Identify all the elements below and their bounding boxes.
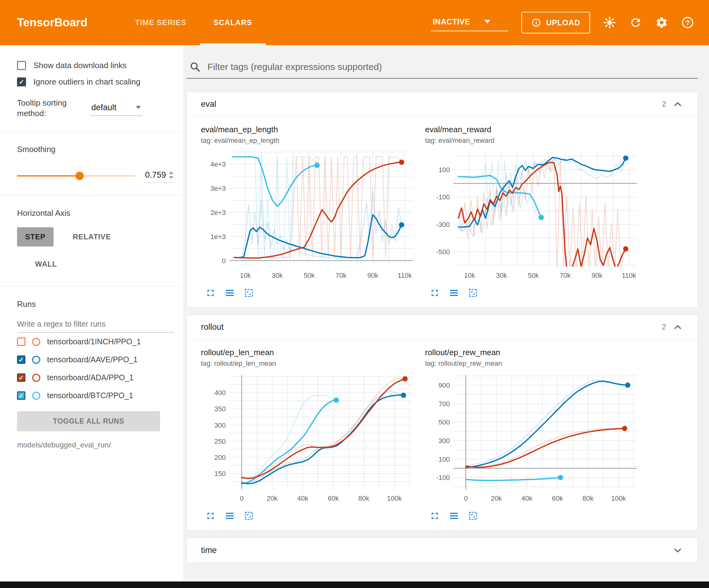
svg-text:40k: 40k <box>297 494 308 502</box>
chevron-down-icon[interactable] <box>672 545 683 556</box>
tag-filter-input[interactable] <box>207 61 695 73</box>
upload-button[interactable]: UPLOAD <box>521 12 590 33</box>
brightness-icon[interactable] <box>603 16 616 29</box>
svg-text:100k: 100k <box>611 494 626 502</box>
help-icon[interactable]: ? <box>681 16 694 29</box>
svg-text:30k: 30k <box>272 272 283 279</box>
svg-text:-100: -100 <box>436 193 450 201</box>
line-chart[interactable]: 10k30k50k70k90k110k01e+32e+33e+34e+3 <box>201 147 418 287</box>
chart-tag: tag: eval/mean_reward <box>425 136 642 145</box>
svg-text:1e+3: 1e+3 <box>210 233 226 240</box>
run-label: tensorboard/AAVE/PPO_1 <box>47 355 138 364</box>
svg-text:-500: -500 <box>436 248 450 256</box>
svg-text:20k: 20k <box>267 494 278 502</box>
runs-filter-input[interactable] <box>17 317 174 333</box>
chart-title: eval/mean_ep_length <box>201 125 418 134</box>
chevron-up-icon[interactable] <box>672 99 683 110</box>
section-chart-count: 2 <box>662 100 666 108</box>
section-chart-count: 2 <box>662 323 666 331</box>
svg-text:40k: 40k <box>521 494 532 502</box>
line-chart[interactable]: 020k40k60k80k100k150200250300350400 <box>201 370 418 510</box>
main-tabs: TIME SERIES SCALARS <box>122 0 266 45</box>
smoothing-value-input[interactable]: 0.759 <box>143 169 174 183</box>
svg-text:250: 250 <box>214 437 226 445</box>
svg-text:400: 400 <box>214 389 226 397</box>
run-label: tensorboard/1INCH/PPO_1 <box>47 337 141 346</box>
svg-text:110k: 110k <box>397 272 412 279</box>
scalars-pane: eval 2 eval/mean_ep_length tag: eval/mea… <box>183 45 709 588</box>
run-selector-icon[interactable] <box>225 511 235 521</box>
axis-step-button[interactable]: STEP <box>17 227 54 247</box>
svg-text:350: 350 <box>214 405 226 413</box>
slider-knob[interactable] <box>76 172 84 180</box>
fullscreen-icon[interactable] <box>429 511 440 521</box>
svg-text:10k: 10k <box>240 272 251 279</box>
run-row: tensorboard/AAVE/PPO_1 <box>17 351 174 368</box>
run-checkbox[interactable] <box>17 391 25 400</box>
svg-text:50k: 50k <box>304 272 315 279</box>
show-download-links-checkbox[interactable] <box>17 61 26 70</box>
smoothing-value: 0.759 <box>145 170 166 180</box>
svg-text:?: ? <box>685 19 690 27</box>
svg-text:60k: 60k <box>552 494 563 502</box>
line-chart[interactable]: 10k30k50k70k90k110k100-100-300-500 <box>425 147 642 287</box>
fit-domain-icon[interactable] <box>244 288 254 298</box>
svg-text:80k: 80k <box>358 494 369 502</box>
section-eval-header[interactable]: eval 2 <box>187 92 698 117</box>
fullscreen-icon[interactable] <box>429 288 440 298</box>
app-header: TensorBoard TIME SERIES SCALARS INACTIVE… <box>0 0 709 45</box>
axis-wall-button[interactable]: WALL <box>27 255 65 274</box>
fit-domain-icon[interactable] <box>244 511 254 521</box>
run-color-circle[interactable] <box>32 392 40 400</box>
runs-footer-path: models/debugged_eval_run/ <box>17 441 174 449</box>
ignore-outliers-checkbox[interactable] <box>17 77 26 86</box>
svg-text:110k: 110k <box>622 272 636 279</box>
status-dropdown[interactable]: INACTIVE <box>431 14 508 31</box>
run-color-circle[interactable] <box>32 356 40 364</box>
refresh-icon[interactable] <box>629 16 642 29</box>
svg-text:90k: 90k <box>592 272 603 279</box>
fullscreen-icon[interactable] <box>205 511 216 521</box>
run-selector-icon[interactable] <box>449 288 459 298</box>
run-checkbox[interactable] <box>17 355 25 364</box>
run-row: tensorboard/1INCH/PPO_1 <box>17 333 174 351</box>
run-selector-icon[interactable] <box>225 288 235 298</box>
run-selector-icon[interactable] <box>449 511 459 521</box>
svg-text:50k: 50k <box>528 272 539 279</box>
fullscreen-icon[interactable] <box>205 288 216 298</box>
ignore-outliers-label: Ignore outliers in chart scaling <box>33 77 140 87</box>
chart-tag: tag: eval/mean_ep_length <box>201 136 418 145</box>
runs-title: Runs <box>17 300 174 309</box>
run-color-circle[interactable] <box>32 338 40 346</box>
section-title: time <box>201 545 217 555</box>
svg-text:90k: 90k <box>368 272 379 279</box>
tab-scalars[interactable]: SCALARS <box>200 0 266 45</box>
stepper-icon[interactable] <box>169 171 174 179</box>
section-rollout-header[interactable]: rollout 2 <box>187 315 698 340</box>
svg-text:100: 100 <box>439 456 450 463</box>
run-label: tensorboard/ADA/PPO_1 <box>47 373 133 382</box>
svg-text:-300: -300 <box>436 221 450 229</box>
line-chart[interactable]: 020k40k60k80k100k-100100300500700900 <box>425 370 642 510</box>
chevron-up-icon[interactable] <box>672 322 683 333</box>
fit-domain-icon[interactable] <box>468 288 478 298</box>
tab-time-series[interactable]: TIME SERIES <box>122 0 200 45</box>
tooltip-sorting-dropdown[interactable]: default <box>90 101 142 116</box>
toggle-all-runs-button[interactable]: TOGGLE ALL RUNS <box>17 411 160 431</box>
run-checkbox[interactable] <box>17 337 25 346</box>
section-title: rollout <box>201 322 224 332</box>
svg-text:4e+3: 4e+3 <box>210 160 226 168</box>
run-checkbox[interactable] <box>17 374 25 382</box>
settings-icon[interactable] <box>655 16 668 29</box>
axis-relative-button[interactable]: RELATIVE <box>65 227 119 247</box>
fit-domain-icon[interactable] <box>468 511 478 521</box>
smoothing-slider[interactable] <box>17 175 135 177</box>
divider <box>0 286 183 286</box>
section-eval: eval 2 eval/mean_ep_length tag: eval/mea… <box>186 92 698 308</box>
section-time-header[interactable]: time <box>187 538 698 563</box>
chart-card-eval-mean-reward: eval/mean_reward tag: eval/mean_reward 1… <box>425 125 642 298</box>
run-color-circle[interactable] <box>32 374 40 382</box>
section-rollout: rollout 2 rollout/ep_len_mean tag: rollo… <box>186 314 698 531</box>
chevron-down-icon <box>136 106 141 109</box>
svg-text:60k: 60k <box>328 494 339 502</box>
